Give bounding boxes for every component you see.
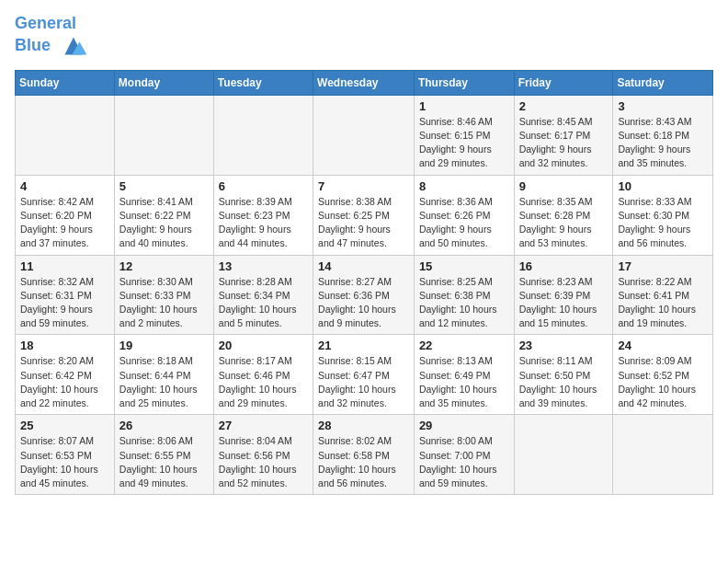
day-info: Sunrise: 8:30 AMSunset: 6:33 PMDaylight:… [119,275,209,331]
day-number: 14 [318,259,409,273]
day-info: Sunrise: 8:39 AMSunset: 6:23 PMDaylight:… [219,195,308,251]
day-info: Sunrise: 8:13 AMSunset: 6:49 PMDaylight:… [419,354,509,410]
logo: General Blue [15,15,88,59]
calendar-week-row: 4Sunrise: 8:42 AMSunset: 6:20 PMDaylight… [16,175,713,255]
calendar-cell: 21Sunrise: 8:15 AMSunset: 6:47 PMDayligh… [313,335,415,415]
day-number: 10 [618,179,708,193]
day-number: 8 [419,179,509,193]
day-number: 5 [119,179,209,193]
day-info: Sunrise: 8:22 AMSunset: 6:41 PMDaylight:… [618,275,708,331]
calendar-cell: 7Sunrise: 8:38 AMSunset: 6:25 PMDaylight… [313,175,415,255]
page-header: General Blue [15,15,713,59]
day-info: Sunrise: 8:28 AMSunset: 6:34 PMDaylight:… [219,275,308,331]
logo-icon [59,33,88,59]
calendar-cell: 13Sunrise: 8:28 AMSunset: 6:34 PMDayligh… [213,255,313,335]
calendar-cell: 6Sunrise: 8:39 AMSunset: 6:23 PMDaylight… [213,175,313,255]
day-number: 26 [119,419,209,432]
day-number: 18 [20,339,109,352]
day-info: Sunrise: 8:11 AMSunset: 6:50 PMDaylight:… [519,354,609,410]
calendar-cell [514,415,613,495]
day-number: 13 [219,259,308,273]
day-number: 19 [119,339,209,352]
day-number: 24 [618,339,708,352]
day-number: 28 [318,419,409,432]
day-number: 4 [20,179,109,193]
day-number: 12 [119,259,209,273]
day-info: Sunrise: 8:06 AMSunset: 6:55 PMDaylight:… [119,434,209,490]
day-info: Sunrise: 8:43 AMSunset: 6:18 PMDaylight:… [618,115,708,171]
day-number: 17 [618,259,708,273]
calendar-cell: 16Sunrise: 8:23 AMSunset: 6:39 PMDayligh… [514,255,613,335]
day-info: Sunrise: 8:00 AMSunset: 7:00 PMDaylight:… [419,434,509,490]
calendar-week-row: 11Sunrise: 8:32 AMSunset: 6:31 PMDayligh… [16,255,713,335]
calendar-week-row: 25Sunrise: 8:07 AMSunset: 6:53 PMDayligh… [16,415,713,495]
day-info: Sunrise: 8:46 AMSunset: 6:15 PMDaylight:… [419,115,509,171]
day-info: Sunrise: 8:02 AMSunset: 6:58 PMDaylight:… [318,434,409,490]
day-info: Sunrise: 8:09 AMSunset: 6:52 PMDaylight:… [618,354,708,410]
calendar-cell: 3Sunrise: 8:43 AMSunset: 6:18 PMDaylight… [613,95,713,175]
calendar-cell: 18Sunrise: 8:20 AMSunset: 6:42 PMDayligh… [16,335,115,415]
day-number: 9 [519,179,609,193]
day-header-tuesday: Tuesday [213,70,313,95]
day-info: Sunrise: 8:23 AMSunset: 6:39 PMDaylight:… [519,275,609,331]
calendar-cell: 20Sunrise: 8:17 AMSunset: 6:46 PMDayligh… [213,335,313,415]
calendar-cell: 28Sunrise: 8:02 AMSunset: 6:58 PMDayligh… [313,415,415,495]
calendar-cell: 27Sunrise: 8:04 AMSunset: 6:56 PMDayligh… [213,415,313,495]
calendar-cell [213,95,313,175]
calendar-cell: 4Sunrise: 8:42 AMSunset: 6:20 PMDaylight… [16,175,115,255]
calendar-cell: 26Sunrise: 8:06 AMSunset: 6:55 PMDayligh… [114,415,213,495]
calendar-cell: 1Sunrise: 8:46 AMSunset: 6:15 PMDaylight… [414,95,514,175]
calendar-header-row: SundayMondayTuesdayWednesdayThursdayFrid… [16,70,713,95]
day-number: 1 [419,99,509,113]
day-header-thursday: Thursday [414,70,514,95]
day-number: 7 [318,179,409,193]
calendar-cell: 8Sunrise: 8:36 AMSunset: 6:26 PMDaylight… [414,175,514,255]
calendar-week-row: 18Sunrise: 8:20 AMSunset: 6:42 PMDayligh… [16,335,713,415]
calendar-cell: 22Sunrise: 8:13 AMSunset: 6:49 PMDayligh… [414,335,514,415]
day-number: 22 [419,339,509,352]
day-number: 25 [20,419,109,432]
day-info: Sunrise: 8:42 AMSunset: 6:20 PMDaylight:… [20,195,109,251]
day-info: Sunrise: 8:41 AMSunset: 6:22 PMDaylight:… [119,195,209,251]
calendar-cell: 17Sunrise: 8:22 AMSunset: 6:41 PMDayligh… [613,255,713,335]
calendar-cell: 14Sunrise: 8:27 AMSunset: 6:36 PMDayligh… [313,255,415,335]
day-info: Sunrise: 8:38 AMSunset: 6:25 PMDaylight:… [318,195,409,251]
day-number: 27 [219,419,308,432]
day-info: Sunrise: 8:27 AMSunset: 6:36 PMDaylight:… [318,275,409,331]
day-info: Sunrise: 8:25 AMSunset: 6:38 PMDaylight:… [419,275,509,331]
logo-general: General [15,14,76,32]
calendar-cell: 11Sunrise: 8:32 AMSunset: 6:31 PMDayligh… [16,255,115,335]
day-info: Sunrise: 8:04 AMSunset: 6:56 PMDaylight:… [219,434,308,490]
calendar-cell: 10Sunrise: 8:33 AMSunset: 6:30 PMDayligh… [613,175,713,255]
day-info: Sunrise: 8:36 AMSunset: 6:26 PMDaylight:… [419,195,509,251]
day-info: Sunrise: 8:07 AMSunset: 6:53 PMDaylight:… [20,434,109,490]
day-header-sunday: Sunday [16,70,115,95]
day-info: Sunrise: 8:32 AMSunset: 6:31 PMDaylight:… [20,275,109,331]
day-info: Sunrise: 8:45 AMSunset: 6:17 PMDaylight:… [519,115,609,171]
day-number: 29 [419,419,509,432]
day-number: 15 [419,259,509,273]
calendar-cell: 2Sunrise: 8:45 AMSunset: 6:17 PMDaylight… [514,95,613,175]
day-info: Sunrise: 8:18 AMSunset: 6:44 PMDaylight:… [119,354,209,410]
day-header-friday: Friday [514,70,613,95]
day-number: 2 [519,99,609,113]
day-header-wednesday: Wednesday [313,70,415,95]
calendar-cell [313,95,415,175]
calendar-table: SundayMondayTuesdayWednesdayThursdayFrid… [15,70,713,495]
day-info: Sunrise: 8:17 AMSunset: 6:46 PMDaylight:… [219,354,308,410]
day-header-monday: Monday [114,70,213,95]
calendar-cell: 19Sunrise: 8:18 AMSunset: 6:44 PMDayligh… [114,335,213,415]
calendar-cell: 25Sunrise: 8:07 AMSunset: 6:53 PMDayligh… [16,415,115,495]
day-header-saturday: Saturday [613,70,713,95]
calendar-cell [613,415,713,495]
day-info: Sunrise: 8:15 AMSunset: 6:47 PMDaylight:… [318,354,409,410]
day-info: Sunrise: 8:35 AMSunset: 6:28 PMDaylight:… [519,195,609,251]
calendar-cell: 15Sunrise: 8:25 AMSunset: 6:38 PMDayligh… [414,255,514,335]
day-number: 3 [618,99,708,113]
day-info: Sunrise: 8:20 AMSunset: 6:42 PMDaylight:… [20,354,109,410]
calendar-cell [114,95,213,175]
calendar-week-row: 1Sunrise: 8:46 AMSunset: 6:15 PMDaylight… [16,95,713,175]
calendar-cell: 12Sunrise: 8:30 AMSunset: 6:33 PMDayligh… [114,255,213,335]
logo-blue: Blue [15,36,51,54]
calendar-cell: 24Sunrise: 8:09 AMSunset: 6:52 PMDayligh… [613,335,713,415]
